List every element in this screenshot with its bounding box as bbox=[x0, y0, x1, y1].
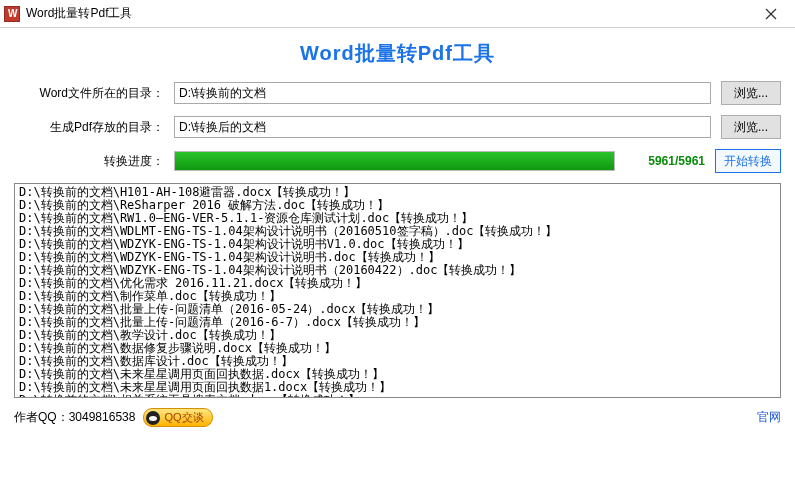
qq-chat-badge[interactable]: QQ交谈 bbox=[143, 408, 212, 427]
progress-label: 转换进度： bbox=[14, 153, 164, 170]
close-button[interactable] bbox=[753, 3, 789, 25]
app-icon bbox=[4, 6, 20, 22]
dest-row: 生成Pdf存放的目录： 浏览... bbox=[14, 115, 781, 139]
browse-source-button[interactable]: 浏览... bbox=[721, 81, 781, 105]
browse-dest-button[interactable]: 浏览... bbox=[721, 115, 781, 139]
close-icon bbox=[765, 8, 777, 20]
source-dir-input[interactable] bbox=[174, 82, 711, 104]
start-button[interactable]: 开始转换 bbox=[715, 149, 781, 173]
page-title: Word批量转Pdf工具 bbox=[14, 40, 781, 67]
source-row: Word文件所在的目录： 浏览... bbox=[14, 81, 781, 105]
site-link[interactable]: 官网 bbox=[757, 409, 781, 426]
progress-row: 转换进度： 5961/5961 开始转换 bbox=[14, 149, 781, 173]
footer: 作者QQ：3049816538 QQ交谈 官网 bbox=[0, 402, 795, 433]
progress-fill bbox=[175, 152, 614, 170]
author-label: 作者QQ：3049816538 bbox=[14, 409, 135, 426]
qq-penguin-icon bbox=[146, 411, 160, 425]
window-title: Word批量转Pdf工具 bbox=[26, 5, 753, 22]
progress-count: 5961/5961 bbox=[635, 154, 705, 168]
source-dir-label: Word文件所在的目录： bbox=[14, 85, 164, 102]
content: Word批量转Pdf工具 Word文件所在的目录： 浏览... 生成Pdf存放的… bbox=[0, 28, 795, 402]
log-output[interactable]: D:\转换前的文档\H101-AH-108避雷器.docx【转换成功！】 D:\… bbox=[14, 183, 781, 398]
qq-chat-label: QQ交谈 bbox=[164, 410, 203, 425]
titlebar: Word批量转Pdf工具 bbox=[0, 0, 795, 28]
dest-dir-label: 生成Pdf存放的目录： bbox=[14, 119, 164, 136]
dest-dir-input[interactable] bbox=[174, 116, 711, 138]
progress-bar bbox=[174, 151, 615, 171]
